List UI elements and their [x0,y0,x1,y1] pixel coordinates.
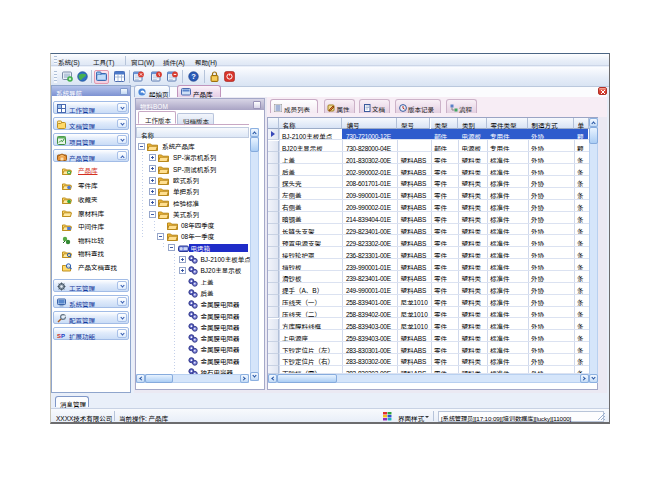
svg-text:?: ? [191,72,196,81]
